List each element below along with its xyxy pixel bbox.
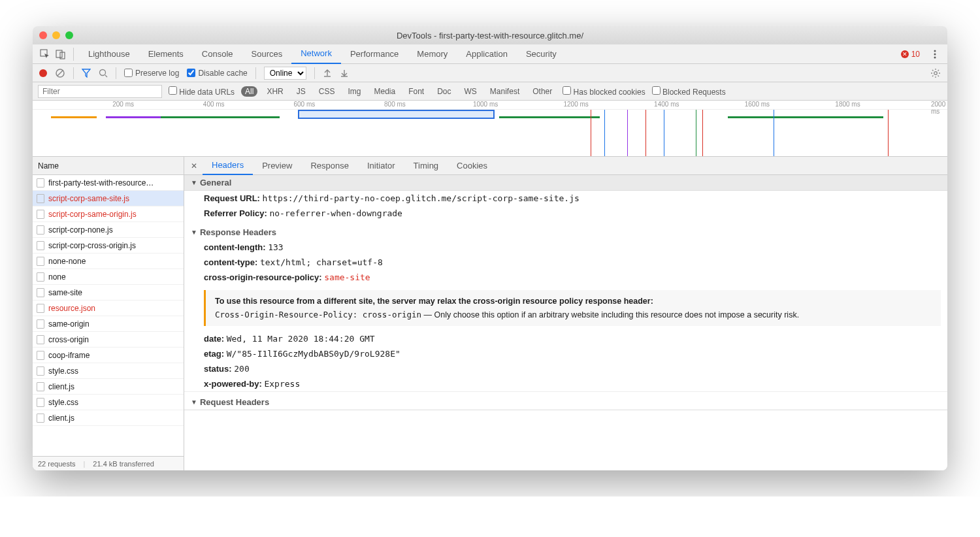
error-count: 10 <box>911 50 920 59</box>
close-detail-button[interactable]: ✕ <box>187 161 201 171</box>
tab-console[interactable]: Console <box>193 44 242 64</box>
filter-type-img[interactable]: Img <box>344 86 365 97</box>
request-row[interactable]: resource.json <box>33 301 184 316</box>
filter-type-js[interactable]: JS <box>293 86 310 97</box>
tab-sources[interactable]: Sources <box>242 44 292 64</box>
file-icon <box>37 335 44 344</box>
disable-cache-checkbox[interactable]: Disable cache <box>187 69 247 78</box>
error-icon: ✕ <box>901 50 909 58</box>
request-detail: ✕ HeadersPreviewResponseInitiatorTimingC… <box>184 157 947 470</box>
request-list-footer: 22 requests | 21.4 kB transferred <box>33 456 184 470</box>
detail-tab-headers[interactable]: Headers <box>203 157 253 175</box>
filter-type-other[interactable]: Other <box>529 86 556 97</box>
detail-tab-timing[interactable]: Timing <box>404 157 448 175</box>
requests-count: 22 requests <box>38 460 75 468</box>
svg-point-5 <box>934 56 936 58</box>
hide-data-urls-checkbox[interactable]: Hide data URLs <box>169 86 235 97</box>
chevron-down-icon: ▼ <box>191 229 197 236</box>
tab-performance[interactable]: Performance <box>341 44 408 64</box>
filter-type-ws[interactable]: WS <box>461 86 481 97</box>
request-row[interactable]: client.js <box>33 410 184 426</box>
request-row[interactable]: client.js <box>33 379 184 395</box>
tab-memory[interactable]: Memory <box>408 44 457 64</box>
blocked-requests-checkbox[interactable]: Blocked Requests <box>652 86 726 97</box>
settings-gear-icon[interactable] <box>930 68 941 78</box>
request-name: resource.json <box>48 304 95 313</box>
request-name: client.js <box>48 382 74 391</box>
filter-input[interactable] <box>38 85 162 98</box>
request-row[interactable]: same-origin <box>33 316 184 332</box>
svg-point-3 <box>934 50 936 52</box>
upload-icon[interactable] <box>323 69 332 78</box>
request-name: same-origin <box>48 319 90 329</box>
request-url-row: Request URL: https://third-party-no-coep… <box>184 191 947 206</box>
request-row[interactable]: script-corp-none.js <box>33 222 184 238</box>
separator <box>73 48 74 61</box>
detail-tab-cookies[interactable]: Cookies <box>448 157 497 175</box>
response-headers-section-header[interactable]: ▼Response Headers <box>184 221 947 240</box>
request-list-header[interactable]: Name <box>33 157 184 175</box>
filter-type-all[interactable]: All <box>241 86 257 97</box>
request-name: script-corp-cross-origin.js <box>48 241 136 250</box>
request-row[interactable]: coop-iframe <box>33 348 184 363</box>
tab-elements[interactable]: Elements <box>139 44 193 64</box>
detail-tab-response[interactable]: Response <box>301 157 358 175</box>
timeline-tick: 800 ms <box>384 101 406 108</box>
filter-type-manifest[interactable]: Manifest <box>486 86 523 97</box>
download-icon[interactable] <box>340 69 349 78</box>
request-row[interactable]: script-corp-same-site.js <box>33 191 184 206</box>
svg-line-9 <box>105 75 107 77</box>
tab-security[interactable]: Security <box>517 44 566 64</box>
detail-tab-initiator[interactable]: Initiator <box>358 157 404 175</box>
filter-type-media[interactable]: Media <box>370 86 399 97</box>
request-row[interactable]: style.css <box>33 395 184 410</box>
record-button[interactable] <box>39 69 47 77</box>
request-row[interactable]: first-party-test-with-resource… <box>33 175 184 191</box>
request-row[interactable]: script-corp-cross-origin.js <box>33 238 184 253</box>
file-icon <box>37 225 44 235</box>
tab-application[interactable]: Application <box>457 44 517 64</box>
filter-type-font[interactable]: Font <box>404 86 428 97</box>
tab-lighthouse[interactable]: Lighthouse <box>79 44 139 64</box>
search-icon[interactable] <box>99 69 108 78</box>
filter-bar: Hide data URLs AllXHRJSCSSImgMediaFontDo… <box>33 82 947 101</box>
timeline-tick: 1400 ms <box>654 101 679 108</box>
window-title: DevTools - first-party-test-with-resourc… <box>33 31 947 41</box>
filter-type-xhr[interactable]: XHR <box>263 86 287 97</box>
has-blocked-cookies-checkbox[interactable]: Has blocked cookies <box>563 86 645 97</box>
file-icon <box>37 319 44 329</box>
file-icon <box>37 304 44 313</box>
timeline-tick: 400 ms <box>203 101 225 108</box>
preserve-log-checkbox[interactable]: Preserve log <box>124 69 179 78</box>
device-toggle-icon[interactable] <box>54 47 68 61</box>
tab-network[interactable]: Network <box>291 44 341 64</box>
file-icon <box>37 351 44 360</box>
request-name: client.js <box>48 414 74 423</box>
x-powered-by-row: x-powered-by: Express <box>184 376 947 391</box>
kebab-menu-icon[interactable] <box>928 47 942 61</box>
inspect-icon[interactable] <box>38 47 52 61</box>
filter-type-doc[interactable]: Doc <box>433 86 455 97</box>
error-count-badge[interactable]: ✕ 10 <box>901 50 920 59</box>
general-section-header[interactable]: ▼General <box>184 175 947 191</box>
file-icon <box>37 414 44 423</box>
request-name: script-corp-same-origin.js <box>48 210 137 219</box>
request-row[interactable]: none-none <box>33 253 184 269</box>
filter-icon[interactable] <box>82 69 91 78</box>
request-headers-section-header[interactable]: ▼Request Headers <box>184 391 947 410</box>
detail-tab-preview[interactable]: Preview <box>253 157 301 175</box>
filter-type-css[interactable]: CSS <box>315 86 339 97</box>
request-row[interactable]: none <box>33 269 184 285</box>
file-icon <box>37 194 44 203</box>
request-list: Name first-party-test-with-resource…scri… <box>33 157 184 470</box>
timeline-tick: 600 ms <box>293 101 315 108</box>
request-row[interactable]: cross-origin <box>33 332 184 348</box>
throttling-select[interactable]: Online <box>264 67 306 80</box>
request-row[interactable]: script-corp-same-origin.js <box>33 206 184 222</box>
request-row[interactable]: style.css <box>33 363 184 379</box>
timeline-tick: 1000 ms <box>473 101 498 108</box>
request-name: style.css <box>48 398 78 407</box>
request-row[interactable]: same-site <box>33 285 184 301</box>
clear-button[interactable] <box>55 68 65 78</box>
timeline-overview[interactable]: 200 ms400 ms600 ms800 ms1000 ms1200 ms14… <box>33 101 947 157</box>
